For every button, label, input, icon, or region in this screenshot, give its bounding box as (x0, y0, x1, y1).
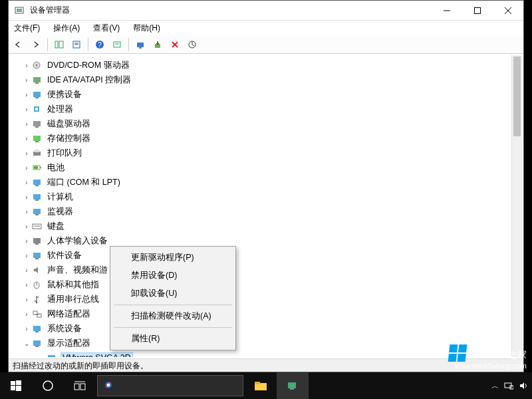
close-button[interactable] (493, 1, 523, 21)
expander-icon[interactable]: ⌄ (22, 340, 31, 347)
tree-item[interactable]: ›计算机 (22, 190, 511, 204)
menubar: 文件(F) 操作(A) 查看(V) 帮助(H) (9, 21, 523, 35)
menu-file[interactable]: 文件(F) (11, 21, 43, 35)
tray-chevron-icon[interactable]: ︿ (491, 381, 499, 391)
tree-item[interactable]: ›存储控制器 (22, 131, 511, 146)
action-button[interactable] (110, 37, 124, 52)
expander-icon[interactable]: › (22, 150, 31, 157)
vertical-scrollbar[interactable] (511, 55, 522, 357)
tree-item[interactable]: ›IDE ATA/ATAPI 控制器 (22, 72, 511, 87)
svg-rect-49 (35, 258, 39, 259)
context-menu-item[interactable]: 属性(R) (112, 330, 233, 348)
tree-item[interactable]: ⌄显示适配器 (22, 336, 511, 350)
forward-button[interactable] (29, 37, 43, 52)
tree-item[interactable]: ›打印队列 (22, 146, 511, 160)
expander-icon[interactable]: › (22, 223, 31, 230)
expander-icon[interactable]: › (22, 164, 31, 172)
expander-icon[interactable]: › (22, 120, 31, 128)
tree-item[interactable]: ›软件设备 (22, 248, 511, 263)
taskbar-explorer[interactable] (245, 372, 277, 399)
svg-rect-60 (48, 355, 55, 357)
tree-item[interactable]: ›处理器 (22, 102, 511, 116)
tree-item-label: 打印队列 (46, 147, 83, 160)
tree-item[interactable]: ›声音、视频和游 (22, 263, 511, 277)
back-button[interactable] (11, 37, 26, 52)
start-button[interactable] (0, 372, 32, 399)
tree-item[interactable]: ›鼠标和其他指 (22, 277, 511, 292)
tree-item[interactable]: ›系统设备 (22, 321, 511, 336)
maximize-button[interactable] (462, 1, 493, 21)
expander-icon[interactable]: › (22, 311, 31, 318)
update-driver-button[interactable] (133, 37, 148, 52)
show-hide-tree-button[interactable] (52, 37, 66, 52)
context-menu-item[interactable]: 禁用设备(D) (112, 267, 233, 285)
tree-item-label: 监视器 (46, 205, 74, 218)
tree-item[interactable]: ›电池 (22, 160, 511, 175)
uninstall-button[interactable] (168, 37, 182, 52)
expander-icon[interactable]: › (22, 325, 31, 332)
watermark-brand: Win10 (469, 346, 508, 360)
device-category-icon (31, 162, 43, 173)
tree-item-label: IDE ATA/ATAPI 控制器 (46, 74, 132, 86)
menu-action[interactable]: 操作(A) (51, 21, 82, 35)
device-category-icon (31, 338, 43, 348)
expander-icon[interactable]: › (22, 135, 31, 142)
tree-item-label: 系统设备 (46, 323, 83, 335)
device-tree[interactable]: ›DVD/CD-ROM 驱动器›IDE ATA/ATAPI 控制器›便携设备›处… (10, 55, 511, 357)
tree-item[interactable]: ›网络适配器 (22, 307, 511, 321)
expander-icon[interactable]: › (22, 252, 31, 259)
cortana-button[interactable] (32, 372, 64, 399)
task-view-button[interactable] (64, 372, 96, 399)
expander-icon[interactable]: › (22, 194, 31, 201)
tree-item[interactable]: ›端口 (COM 和 LPT) (22, 175, 511, 190)
expander-icon[interactable]: › (22, 106, 31, 113)
tree-item[interactable]: ›监视器 (22, 204, 511, 219)
expander-icon[interactable]: › (22, 208, 31, 215)
tree-item[interactable]: ›人体学输入设备 (22, 233, 511, 248)
tree-item[interactable]: ›通用串行总线 (22, 292, 511, 307)
tree-item[interactable]: ›DVD/CD-ROM 驱动器 (22, 58, 511, 72)
expander-icon[interactable]: › (22, 267, 31, 274)
tree-item[interactable]: ›磁盘驱动器 (22, 116, 511, 131)
taskbar-device-manager[interactable] (277, 372, 309, 399)
expander-icon[interactable]: › (22, 62, 31, 69)
tree-item-label: 便携设备 (46, 88, 83, 101)
tree-item[interactable]: ›键盘 (22, 219, 511, 233)
device-category-icon (31, 148, 43, 158)
device-category-icon (31, 235, 43, 246)
svg-rect-56 (33, 326, 41, 331)
minimize-button[interactable] (432, 1, 462, 21)
menu-view[interactable]: 查看(V) (90, 21, 122, 35)
svg-point-71 (107, 384, 110, 387)
expander-icon[interactable]: › (22, 237, 31, 245)
svg-rect-64 (11, 386, 15, 390)
tree-item[interactable]: ›便携设备 (22, 87, 511, 102)
device-category-icon (31, 104, 43, 114)
expander-icon[interactable]: › (22, 296, 31, 303)
help-button[interactable]: ? (92, 37, 107, 52)
scrollbar-thumb[interactable] (513, 57, 521, 136)
expander-icon[interactable]: › (22, 76, 31, 84)
properties-button[interactable] (69, 37, 84, 52)
taskbar-search[interactable] (97, 375, 243, 396)
svg-rect-37 (34, 166, 38, 169)
menu-help[interactable]: 帮助(H) (130, 21, 163, 35)
device-category-icon (31, 294, 43, 305)
tray-volume-icon[interactable] (519, 382, 528, 390)
tree-item-child[interactable]: VMware SVGA 3D (22, 350, 511, 357)
tree-item-label: 存储控制器 (46, 132, 92, 145)
expander-icon[interactable]: › (22, 179, 31, 186)
svg-rect-31 (33, 136, 41, 141)
expander-icon[interactable]: › (22, 91, 31, 98)
system-tray[interactable]: ︿ (491, 381, 532, 391)
watermark-suffix: 之家 (508, 349, 527, 360)
scan-hardware-button[interactable] (185, 37, 200, 52)
expander-icon[interactable]: › (22, 281, 31, 289)
enable-button[interactable] (150, 37, 165, 52)
svg-rect-26 (35, 97, 39, 98)
context-menu-item[interactable]: 更新驱动程序(P) (112, 249, 233, 267)
tray-network-icon[interactable] (504, 382, 513, 390)
context-menu-item[interactable]: 卸载设备(U) (112, 285, 233, 303)
context-menu-item[interactable]: 扫描检测硬件改动(A) (112, 307, 233, 325)
tree-item-label: 磁盘驱动器 (46, 118, 92, 130)
